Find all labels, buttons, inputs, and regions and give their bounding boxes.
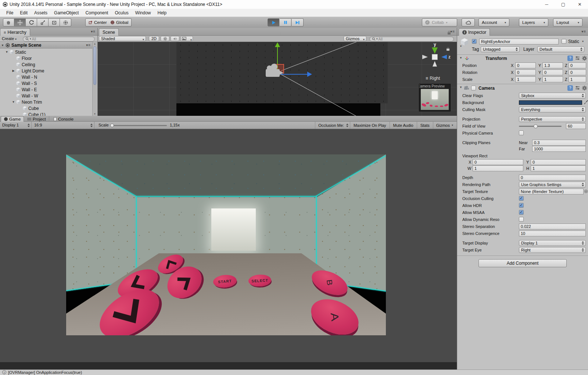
status-bar[interactable]: ! [OVRManager] OnApplicationFocus(true) [0,369,588,375]
step-button[interactable] [292,18,304,26]
tree-item-static[interactable]: ▼Static [0,49,96,55]
scene-header-row[interactable]: ▼ Sample Scene ▾≡ [0,42,97,49]
tree-item-wall-s[interactable]: Wall - S [0,80,103,86]
tab-game[interactable]: Game [1,116,24,122]
near-field[interactable]: 0.3 [532,140,586,146]
target-display-dropdown[interactable]: Display 1 [519,240,586,246]
tag-dropdown[interactable]: Untagged [481,46,520,52]
menu-file[interactable]: File [3,10,17,15]
scroll-up-icon[interactable]: ▲ [94,43,96,45]
object-picker-icon[interactable] [584,190,588,193]
camera-enabled-checkbox[interactable] [471,86,476,90]
display-dropdown[interactable]: Display 1 [0,122,32,129]
menu-component[interactable]: Component [82,10,111,15]
account-button[interactable]: Account▾ [478,18,509,26]
static-caret-icon[interactable]: ▾ [582,40,584,43]
scene-audio-toggle[interactable] [171,36,179,41]
rotation-y-field[interactable]: 0 [542,69,563,75]
scene-lighting-toggle[interactable] [161,36,169,41]
stats-button[interactable]: Stats [417,122,433,129]
layers-button[interactable]: Layers▾ [519,18,548,26]
rotation-z-field[interactable]: 0 [569,69,586,75]
cloud-button[interactable] [462,18,475,26]
allow-msaa-checkbox[interactable] [519,210,524,215]
foldout-arrow[interactable]: ▼ [4,50,9,54]
inspector-lock-icon[interactable] [448,32,451,35]
inspector-menu-icon[interactable]: ▾≡ [581,29,586,33]
occlusion-culling-checkbox[interactable] [519,196,524,201]
viewport-h-field[interactable]: 1 [531,165,586,171]
occlusion-dropdown[interactable]: Occlusion Me: [315,122,350,129]
play-button[interactable] [268,18,279,26]
camera-gizmo-body[interactable] [266,69,280,77]
scrollbar-thumb[interactable] [93,46,96,85]
static-checkbox[interactable] [562,39,566,44]
tree-item-ceiling[interactable]: Ceiling [0,61,103,68]
move-tool-button[interactable] [14,18,26,26]
scene-effects-toggle[interactable]: ▾ [180,36,193,41]
orientation-label[interactable]: ≡ Right [426,76,440,81]
add-component-button[interactable]: Add Component [478,259,567,267]
menu-gameobject[interactable]: GameObject [51,10,82,15]
2d-toggle-button[interactable]: 2D [149,36,159,41]
panel-divider[interactable] [97,28,98,116]
tree-item-wall-w[interactable]: Wall - W [0,93,103,99]
culling-mask-dropdown[interactable]: Everything [519,107,586,113]
allow-dynamic-checkbox[interactable] [519,217,524,222]
camera-foldout-icon[interactable]: ▼ [459,86,462,89]
stereo-separation-field[interactable]: 0.022 [519,224,586,229]
transform-foldout-icon[interactable]: ▼ [459,56,462,60]
create-button[interactable]: Create ▾ [2,36,17,41]
transform-tool-button[interactable] [60,18,71,26]
menu-assets[interactable]: Assets [31,10,51,15]
tree-item-wall-n[interactable]: Wall - N [0,74,103,80]
tab-console[interactable]: Console [51,116,76,122]
viewport-x-field[interactable]: 0 [473,159,523,165]
axis-y-cone[interactable] [432,47,438,54]
position-x-field[interactable]: 0 [515,63,536,68]
foldout-arrow[interactable]: ▼ [11,100,16,104]
layer-dropdown[interactable]: Default [537,46,584,52]
gameobject-icon-caret[interactable]: ▾ [460,44,462,48]
foldout-arrow[interactable]: ▶ [11,69,16,72]
hand-tool-button[interactable] [3,18,14,26]
target-texture-field[interactable]: None (Render Texture) [519,189,584,194]
tab-inspector[interactable]: i Inspector [459,28,490,36]
hierarchy-search-input[interactable]: ▾ All [23,36,95,42]
camera-gear-icon[interactable] [582,85,587,91]
viewport-y-field[interactable]: 0 [531,159,586,165]
viewport-w-field[interactable]: 1 [473,165,523,171]
scene-foldout-icon[interactable]: ▼ [1,44,4,47]
shading-mode-dropdown[interactable]: Shaded▾ [99,36,146,41]
eyedropper-icon[interactable] [584,100,588,105]
depth-field[interactable]: 0 [519,175,586,181]
tab-scene[interactable]: Scene [99,28,119,36]
pivot-center-button[interactable]: Center [85,18,110,26]
rotate-tool-button[interactable] [26,18,37,26]
rect-tool-button[interactable] [49,18,60,26]
scene-menu-icon[interactable]: ▾≡ [86,43,91,47]
allow-hdr-checkbox[interactable] [519,203,524,208]
scene-gizmos-dropdown[interactable]: Gizmos▾ [344,36,366,41]
active-checkbox[interactable] [472,39,477,44]
tree-item-light-dome[interactable]: ▶Light Dome [0,68,103,74]
target-eye-dropdown[interactable]: Right [519,247,586,253]
tree-item-floor[interactable]: Floor [0,55,103,61]
fov-value-field[interactable]: 60 [566,123,586,129]
maximize-on-play-button[interactable]: Maximize On Play [350,122,390,129]
transform-gear-icon[interactable] [582,56,587,61]
tab-project[interactable]: Project [24,116,49,122]
panel-menu-icon[interactable]: ▾≡ [91,29,96,33]
scale-slider-handle[interactable] [110,124,114,127]
rotation-x-field[interactable]: 0 [515,69,536,75]
tab-hierarchy[interactable]: ≡ Hierarchy [0,28,30,36]
projection-dropdown[interactable]: Perspective [519,116,586,122]
menu-help[interactable]: Help [154,10,170,15]
tree-item-neon-trim[interactable]: ▼Neon Trim [0,99,103,105]
scene-search-input[interactable]: ▾ All [369,36,454,42]
menu-edit[interactable]: Edit [17,10,31,15]
physical-camera-checkbox[interactable] [519,131,524,135]
close-button[interactable]: ✕ [571,0,588,9]
scene-viewport[interactable]: y z ≡ Right Camera Preview [97,42,457,116]
stereo-convergence-field[interactable]: 10 [519,231,586,236]
